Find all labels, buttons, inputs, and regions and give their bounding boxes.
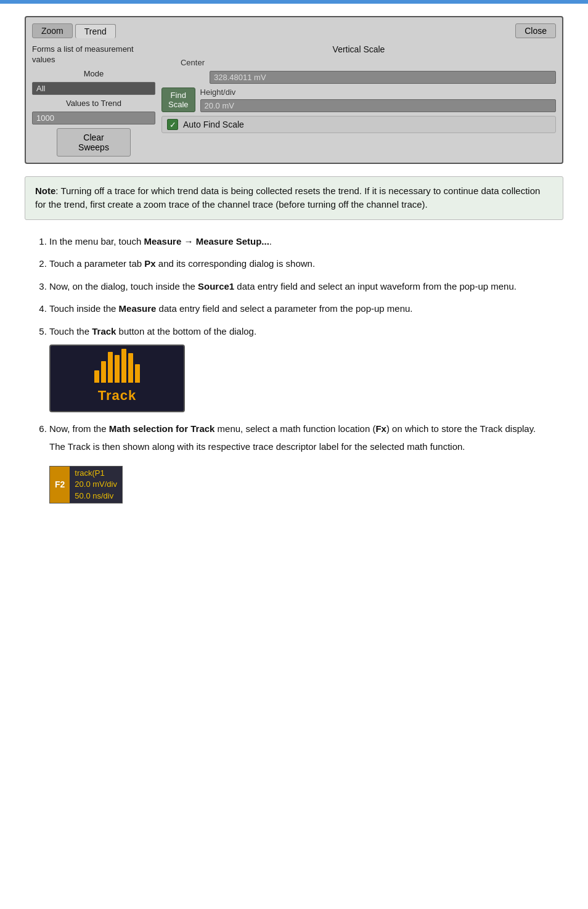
list-item: Now, on the dialog, touch inside the Sou…: [49, 280, 563, 294]
step1-text: In the menu bar, touch Measure → Measure…: [49, 236, 272, 247]
content: Zoom Trend Close Forms a list of measure…: [0, 4, 588, 540]
track-button-image: Track: [49, 344, 185, 412]
list-item: Now, from the Math selection for Track m…: [49, 422, 563, 503]
dialog-panel: Zoom Trend Close Forms a list of measure…: [25, 16, 563, 164]
center-label: Center: [161, 58, 205, 67]
waveform-bar: [121, 349, 126, 383]
dialog-left: Forms a list of measurement values Mode …: [32, 44, 155, 157]
auto-find-scale-row[interactable]: ✓ Auto Find Scale: [161, 116, 556, 133]
waveform-bar: [115, 355, 120, 383]
trace-name: track(P1: [75, 468, 117, 479]
track-label: Track: [98, 385, 137, 406]
values-to-trend-input[interactable]: 1000: [32, 112, 155, 124]
dialog-tabs: Zoom Trend Close: [32, 23, 556, 38]
step3-text: Now, on the dialog, touch inside the Sou…: [49, 281, 517, 291]
instructions: In the menu bar, touch Measure → Measure…: [31, 235, 563, 503]
list-item: In the menu bar, touch Measure → Measure…: [49, 235, 563, 249]
step1-bold: Measure → Measure Setup...: [144, 236, 269, 247]
list-item: Touch inside the Measure data entry fiel…: [49, 302, 563, 316]
center-input-row: [161, 71, 556, 84]
step5-text: Touch the Track button at the bottom of …: [49, 326, 256, 336]
step3-bold: Source1: [198, 281, 234, 291]
trace-descriptor: F2 track(P1 20.0 mV/div 50.0 ns/div: [49, 466, 123, 503]
step6-bold2: Fx: [375, 423, 386, 434]
list-item: Touch a parameter tab Px and its corresp…: [49, 257, 563, 271]
center-input[interactable]: [210, 71, 556, 84]
height-div-label: Height/div: [200, 88, 556, 97]
track-waveform: [94, 352, 140, 383]
clear-sweeps-button[interactable]: ClearSweeps: [57, 128, 131, 157]
step5-bold: Track: [92, 326, 116, 336]
dialog-desc: Forms a list of measurement values: [32, 44, 155, 65]
mode-label: Mode: [32, 69, 155, 78]
center-row: Center: [161, 58, 556, 67]
waveform-bar: [108, 352, 113, 383]
find-scale-button[interactable]: Find Scale: [161, 88, 195, 112]
trace-line2: 50.0 ns/div: [75, 491, 117, 502]
steps-list: In the menu bar, touch Measure → Measure…: [31, 235, 563, 503]
tab-zoom[interactable]: Zoom: [32, 23, 73, 38]
dialog-right: Vertical Scale Center Find Scale Height/…: [161, 44, 556, 157]
trace-label: F2: [50, 467, 70, 503]
step6-text: Now, from the Math selection for Track m…: [49, 423, 536, 434]
vertical-scale-title: Vertical Scale: [161, 44, 556, 54]
note-text: : Turning off a trace for which trend da…: [35, 185, 540, 210]
waveform-bar: [101, 361, 106, 383]
close-button[interactable]: Close: [515, 23, 556, 38]
step6-bold: Math selection for Track: [109, 423, 215, 434]
note-bold: Note: [35, 185, 55, 196]
values-to-trend-label: Values to Trend: [32, 99, 155, 108]
mode-input[interactable]: All: [32, 82, 155, 95]
auto-find-label: Auto Find Scale: [183, 120, 244, 129]
waveform-bar: [135, 364, 140, 383]
waveform-bar: [94, 370, 99, 383]
height-div-input[interactable]: [200, 99, 556, 112]
step2-bold: Px: [144, 258, 155, 269]
trace-info: track(P1 20.0 mV/div 50.0 ns/div: [70, 467, 122, 503]
trace-line1: 20.0 mV/div: [75, 479, 117, 490]
step4-text: Touch inside the Measure data entry fiel…: [49, 303, 413, 314]
step2-text: Touch a parameter tab Px and its corresp…: [49, 258, 315, 269]
tab-trend[interactable]: Trend: [75, 24, 116, 38]
auto-find-checkbox[interactable]: ✓: [167, 119, 178, 130]
step4-bold: Measure: [119, 303, 157, 314]
waveform-bar: [128, 353, 133, 383]
note-box: Note: Turning off a trace for which tren…: [25, 176, 563, 220]
height-row: Find Scale Height/div: [161, 88, 556, 112]
dialog-body: Forms a list of measurement values Mode …: [32, 44, 556, 157]
list-item: Touch the Track button at the bottom of …: [49, 325, 563, 413]
step6-sub-para: The Track is then shown along with its r…: [49, 440, 563, 454]
